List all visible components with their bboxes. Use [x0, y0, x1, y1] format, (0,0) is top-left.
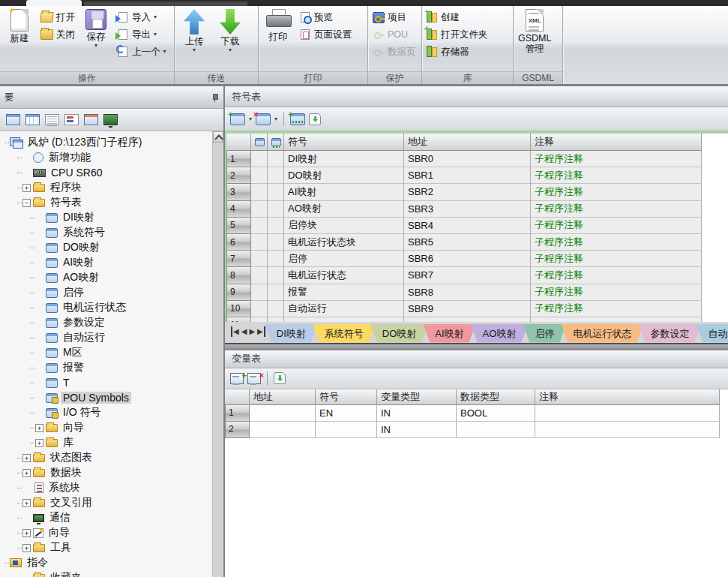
row-number[interactable]: 2	[225, 422, 250, 438]
tree-item[interactable]: M区	[0, 345, 223, 360]
tree-item[interactable]: +向导	[0, 525, 223, 540]
symbol-cell[interactable]: EN	[316, 405, 377, 422]
scroll-up-arrow-icon[interactable]	[213, 131, 223, 143]
tree-scrollbar[interactable]	[212, 131, 223, 577]
symbol-cell[interactable]	[316, 422, 377, 438]
tree-item[interactable]: +交叉引用	[0, 495, 223, 510]
new-button[interactable]: 新建	[2, 8, 37, 45]
symbol-cell[interactable]: 报警	[284, 284, 404, 301]
status-chart-icon[interactable]	[45, 114, 59, 125]
address-cell[interactable]: SBR3	[404, 201, 531, 218]
previous-button[interactable]: 上一个▾	[115, 44, 169, 59]
tree-item[interactable]: −符号表	[0, 195, 223, 210]
tree-item[interactable]: DO映射	[0, 240, 223, 255]
expand-icon[interactable]: +	[35, 439, 43, 447]
tree-item[interactable]: 系统块	[0, 480, 223, 495]
first-tab-icon[interactable]: ◀	[231, 326, 239, 337]
expand-icon[interactable]: +	[22, 454, 31, 462]
symbol-flag-cell[interactable]	[268, 234, 284, 251]
symbol-cell[interactable]: 启停块	[284, 218, 404, 234]
library-open-folder-button[interactable]: 打开文件夹	[424, 27, 490, 42]
insert-row-icon[interactable]: +	[230, 373, 244, 384]
tree-item[interactable]: +工具	[0, 540, 223, 555]
tree-item[interactable]: AO映射	[0, 270, 223, 285]
symbol-cell[interactable]: 启停	[284, 251, 404, 267]
symbol-table-icon[interactable]	[25, 114, 40, 125]
address-cell[interactable]	[250, 422, 316, 438]
communication-icon[interactable]	[103, 114, 118, 125]
gsdml-manage-button[interactable]: XMLGSDML 管理	[516, 8, 553, 56]
preview-button[interactable]: 预览	[297, 10, 354, 25]
symbol-flag-cell[interactable]	[268, 201, 284, 218]
data-block-icon[interactable]	[64, 114, 79, 125]
row-number[interactable]: 5	[226, 218, 251, 234]
address-cell[interactable]: SBR6	[404, 251, 531, 267]
sheet-tab[interactable]: 电机运行状态	[561, 324, 643, 343]
sheet-tab[interactable]: DO映射	[370, 324, 429, 343]
comment-cell[interactable]: 子程序注释	[531, 201, 702, 218]
library-create-button[interactable]: 创建	[424, 10, 490, 25]
tree-item[interactable]: DI映射	[0, 210, 223, 225]
sheet-tab[interactable]: 自动运行	[696, 324, 728, 343]
file-tab[interactable]	[26, 0, 82, 6]
sheet-tab[interactable]: AO映射	[471, 324, 529, 343]
comment-cell[interactable]: 子程序注释	[531, 267, 702, 284]
download-button[interactable]: 下载▾	[213, 8, 247, 55]
comment-cell[interactable]: 子程序注释	[531, 167, 702, 184]
tree-item[interactable]: T	[0, 375, 223, 390]
next-tab-icon[interactable]: ▶	[249, 326, 255, 337]
symbol-cell[interactable]: 电机运行状态块	[284, 234, 404, 251]
library-memory-button[interactable]: 存储器	[424, 44, 490, 59]
horizontal-splitter[interactable]	[225, 344, 728, 350]
tree-item[interactable]: 系统符号	[0, 225, 223, 240]
comment-cell[interactable]: 子程序注释	[531, 251, 702, 267]
symbol-flag-cell[interactable]	[251, 184, 268, 200]
address-cell[interactable]: SBR10	[404, 317, 531, 322]
symbol-flag-cell[interactable]	[268, 184, 284, 200]
address-cell[interactable]: SBR5	[404, 234, 531, 251]
comment-cell[interactable]: 子程序注释	[531, 151, 702, 167]
address-cell[interactable]	[250, 405, 316, 422]
sheet-tab[interactable]: 参数设定	[638, 324, 701, 343]
var-type-cell[interactable]: IN	[377, 405, 457, 422]
comment-cell[interactable]	[535, 405, 720, 422]
tree-item[interactable]: POU Symbols	[0, 390, 223, 405]
comment-cell[interactable]: LIBARY: Scale V1.2 (bipolar scaling)	[531, 317, 702, 322]
tree-item[interactable]: 新增功能	[0, 150, 223, 165]
protect-project-button[interactable]: 项目	[370, 10, 418, 25]
symbol-flag-cell[interactable]	[268, 267, 284, 284]
expand-icon[interactable]: +	[35, 424, 43, 432]
var-type-cell[interactable]: IN	[377, 422, 457, 438]
dropdown-caret-icon[interactable]: ▾	[193, 47, 196, 53]
tree-item[interactable]: 启停	[0, 285, 223, 300]
import-button[interactable]: 导入▾	[115, 10, 169, 25]
address-cell[interactable]: SBR0	[404, 151, 531, 167]
last-tab-icon[interactable]: ▶	[257, 326, 265, 337]
dropdown-caret-icon[interactable]: ▾	[163, 49, 166, 55]
comment-cell[interactable]: 子程序注释	[531, 234, 702, 251]
address-cell[interactable]: SBR7	[404, 267, 531, 284]
row-number[interactable]: 8	[226, 267, 251, 284]
tree-item[interactable]: 风炉 (D:\123西门子程序)	[0, 135, 223, 150]
upload-button[interactable]: 上传▾	[177, 8, 211, 55]
symbol-cell[interactable]: AO映射	[284, 201, 404, 218]
program-block-icon[interactable]	[6, 114, 20, 125]
expand-icon[interactable]: +	[22, 529, 31, 537]
insert-table-caret-icon[interactable]: ▾	[249, 116, 252, 122]
expand-icon[interactable]: +	[22, 544, 31, 552]
row-number[interactable]: 2	[226, 167, 251, 184]
tree-item[interactable]: 自动运行	[0, 330, 223, 345]
insert-symbol-row-icon[interactable]: +	[290, 113, 305, 125]
symbol-flag-cell[interactable]	[251, 317, 268, 322]
tree-item[interactable]: I/O 符号	[0, 405, 223, 420]
address-cell[interactable]: SBR2	[404, 184, 531, 200]
row-number[interactable]: 1	[226, 151, 251, 167]
row-number[interactable]: 10	[226, 301, 251, 317]
symbol-flag-cell[interactable]	[268, 251, 284, 267]
symbol-cell[interactable]: DO映射	[284, 167, 404, 184]
symbol-flag-cell[interactable]	[251, 284, 268, 301]
address-cell[interactable]: SBR8	[404, 284, 531, 301]
comment-cell[interactable]	[535, 422, 720, 438]
symbol-flag-cell[interactable]	[251, 167, 268, 184]
data-type-cell[interactable]: BOOL	[457, 405, 535, 422]
